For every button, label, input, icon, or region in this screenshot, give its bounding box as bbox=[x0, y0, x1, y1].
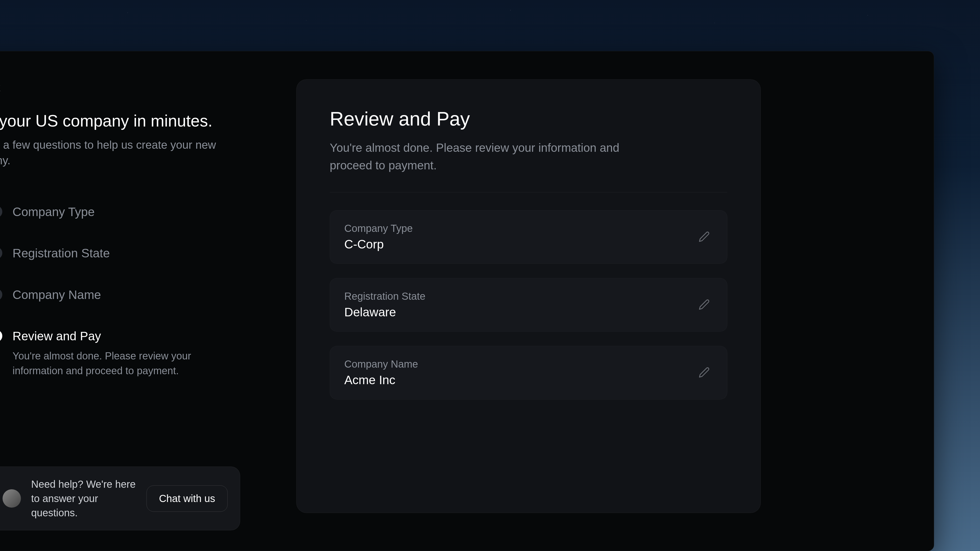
step-content: Company Name bbox=[13, 287, 261, 303]
review-item-value: Delaware bbox=[344, 305, 425, 319]
review-subtitle: You're almost done. Please review your i… bbox=[330, 139, 636, 174]
review-item-text: Company Type C-Corp bbox=[344, 223, 413, 251]
help-text: Need help? We're here to answer your que… bbox=[31, 477, 136, 520]
subheadline: er a few questions to help us create you… bbox=[0, 137, 235, 168]
pencil-icon bbox=[698, 239, 710, 243]
edit-company-type-button[interactable] bbox=[695, 228, 713, 246]
help-card: Need help? We're here to answer your que… bbox=[0, 467, 240, 530]
step-indicator-icon bbox=[0, 330, 2, 342]
review-item-company-name: Company Name Acme Inc bbox=[330, 346, 727, 400]
main-panel: Review and Pay You're almost done. Pleas… bbox=[286, 51, 934, 551]
step-content: Company Type bbox=[13, 204, 261, 220]
step-label: Company Name bbox=[13, 287, 261, 303]
step-review-and-pay[interactable]: Review and Pay You're almost done. Pleas… bbox=[0, 328, 261, 403]
step-company-type[interactable]: Company Type bbox=[0, 204, 261, 245]
step-indicator-icon bbox=[0, 247, 2, 259]
review-item-value: C-Corp bbox=[344, 237, 413, 251]
review-item-text: Registration State Delaware bbox=[344, 291, 425, 319]
back-label: ck bbox=[0, 82, 0, 94]
avatar bbox=[3, 489, 21, 508]
edit-company-name-button[interactable] bbox=[695, 364, 713, 382]
review-item-value: Acme Inc bbox=[344, 373, 418, 387]
step-company-name[interactable]: Company Name bbox=[0, 287, 261, 328]
edit-registration-state-button[interactable] bbox=[695, 296, 713, 314]
pencil-icon bbox=[698, 375, 710, 379]
chat-with-us-button[interactable]: Chat with us bbox=[146, 486, 228, 512]
step-registration-state[interactable]: Registration State bbox=[0, 245, 261, 287]
review-items: Company Type C-Corp Registration State bbox=[330, 210, 727, 400]
review-card: Review and Pay You're almost done. Pleas… bbox=[296, 79, 761, 513]
review-item-registration-state: Registration State Delaware bbox=[330, 278, 727, 332]
review-item-label: Company Name bbox=[344, 359, 418, 370]
pencil-icon bbox=[698, 307, 710, 311]
review-item-company-type: Company Type C-Corp bbox=[330, 210, 727, 264]
step-description: You're almost done. Please review your i… bbox=[13, 348, 207, 378]
steps-list: Company Type Registration State Company … bbox=[0, 204, 261, 403]
step-content: Review and Pay You're almost done. Pleas… bbox=[13, 328, 261, 378]
headline: t your US company in minutes. bbox=[0, 111, 261, 131]
step-label: Company Type bbox=[13, 204, 261, 220]
review-item-label: Registration State bbox=[344, 291, 425, 302]
step-label: Review and Pay bbox=[13, 328, 261, 344]
back-link[interactable]: ck bbox=[0, 82, 261, 94]
review-item-label: Company Type bbox=[344, 223, 413, 234]
app-window: ck t your US company in minutes. er a fe… bbox=[0, 51, 934, 551]
step-content: Registration State bbox=[13, 245, 261, 261]
review-title: Review and Pay bbox=[330, 108, 727, 130]
step-indicator-icon bbox=[0, 206, 2, 218]
step-label: Registration State bbox=[13, 245, 261, 261]
divider bbox=[330, 192, 727, 192]
step-indicator-icon bbox=[0, 289, 2, 301]
sidebar: ck t your US company in minutes. er a fe… bbox=[0, 51, 286, 551]
review-item-text: Company Name Acme Inc bbox=[344, 359, 418, 387]
